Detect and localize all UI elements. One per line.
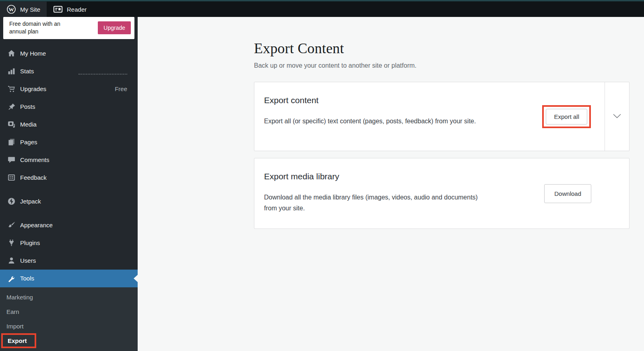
main-content: Export Content Back up or move your cont… bbox=[138, 17, 644, 351]
nav-separator bbox=[0, 187, 138, 193]
sidebar-item-my-home[interactable]: My Home bbox=[0, 45, 138, 62]
sidebar-item-upgrades[interactable]: Upgrades Free bbox=[0, 80, 138, 98]
submenu-item-label: Earn bbox=[6, 308, 19, 315]
users-icon bbox=[7, 256, 16, 265]
sidebar-item-label: Appearance bbox=[20, 222, 53, 228]
stats-sparkline bbox=[78, 74, 127, 75]
sidebar-item-appearance[interactable]: Appearance bbox=[0, 216, 138, 234]
pages-icon bbox=[7, 138, 16, 146]
sidebar-item-pages[interactable]: Pages bbox=[0, 133, 138, 151]
card-action-area: Export all bbox=[542, 82, 605, 151]
sidebar-item-label: Users bbox=[20, 257, 36, 264]
submenu-item-export[interactable]: Export bbox=[0, 334, 138, 348]
sidebar-item-label: Stats bbox=[20, 68, 34, 75]
reader-icon bbox=[53, 5, 63, 13]
masthead-reader-label: Reader bbox=[67, 6, 87, 13]
comment-icon bbox=[7, 156, 16, 164]
export-media-card: Export media library Download all the me… bbox=[254, 158, 630, 229]
stats-icon bbox=[7, 67, 16, 75]
sidebar-item-label: Tools bbox=[20, 275, 34, 282]
export-all-button[interactable]: Export all bbox=[546, 109, 587, 125]
jetpack-icon bbox=[7, 197, 16, 206]
submenu-item-label: Marketing bbox=[6, 294, 33, 301]
feedback-icon bbox=[7, 173, 16, 182]
submenu-item-label: Import bbox=[6, 323, 24, 330]
sidebar-item-jetpack[interactable]: Jetpack bbox=[0, 193, 138, 210]
sidebar-item-label: Jetpack bbox=[20, 198, 41, 205]
annotation-box-export-all: Export all bbox=[542, 105, 591, 128]
nav-separator bbox=[0, 210, 138, 216]
upsell-banner: Free domain with an annual plan Upgrade bbox=[3, 17, 134, 39]
card-description: Download all the media library files (im… bbox=[264, 192, 485, 214]
plan-badge: Free bbox=[115, 85, 127, 92]
home-icon bbox=[7, 49, 16, 58]
masthead-item-reader[interactable]: Reader bbox=[47, 2, 93, 17]
card-text-block: Export content Export all (or specific) … bbox=[254, 82, 542, 151]
sidebar-item-label: Comments bbox=[20, 156, 50, 163]
sidebar-item-label: Posts bbox=[20, 103, 35, 110]
pushpin-icon bbox=[7, 102, 16, 111]
cart-icon bbox=[7, 85, 16, 93]
wordpress-logo-icon: W bbox=[6, 4, 16, 14]
card-description: Export all (or specific) text content (p… bbox=[264, 116, 485, 127]
card-heading: Export content bbox=[264, 96, 533, 105]
tools-submenu: Marketing Earn Import Export bbox=[0, 287, 138, 351]
download-button[interactable]: Download bbox=[544, 184, 591, 203]
admin-sidebar: Free domain with an annual plan Upgrade … bbox=[0, 17, 138, 351]
expand-toggle[interactable] bbox=[605, 82, 629, 151]
masthead-item-my-site[interactable]: W My Site bbox=[0, 2, 47, 17]
upgrade-button[interactable]: Upgrade bbox=[98, 21, 131, 34]
card-text-block: Export media library Download all the me… bbox=[254, 158, 544, 228]
sidebar-item-media[interactable]: Media bbox=[0, 116, 138, 133]
sidebar-item-tools[interactable]: Tools bbox=[0, 270, 138, 287]
wordpress-admin-page: W My Site Reader Free domain with an ann… bbox=[0, 0, 644, 351]
chevron-down-icon bbox=[613, 113, 621, 120]
sidebar-item-label: Pages bbox=[20, 139, 37, 145]
upsell-text: Free domain with an annual plan bbox=[9, 20, 74, 36]
sidebar-item-posts[interactable]: Posts bbox=[0, 98, 138, 116]
plugin-icon bbox=[7, 239, 16, 247]
sidebar-item-label: Upgrades bbox=[20, 85, 46, 92]
submenu-item-label: Export bbox=[8, 337, 27, 344]
sidebar-item-plugins[interactable]: Plugins bbox=[0, 234, 138, 252]
sidebar-item-label: Media bbox=[20, 121, 37, 128]
submenu-item-earn[interactable]: Earn bbox=[0, 305, 138, 319]
sidebar-nav: My Home Stats Upgrades Free bbox=[0, 45, 138, 287]
brush-icon bbox=[7, 221, 16, 229]
sidebar-item-label: Plugins bbox=[20, 239, 40, 246]
card-heading: Export media library bbox=[264, 172, 535, 181]
submenu-item-import[interactable]: Import bbox=[0, 319, 138, 334]
submenu-item-marketing[interactable]: Marketing bbox=[0, 290, 138, 305]
card-action-area: Download bbox=[544, 158, 629, 228]
sidebar-item-comments[interactable]: Comments bbox=[0, 151, 138, 169]
masthead: W My Site Reader bbox=[0, 2, 644, 17]
sidebar-item-stats[interactable]: Stats bbox=[0, 62, 138, 80]
wrench-icon bbox=[7, 274, 16, 282]
export-content-card: Export content Export all (or specific) … bbox=[254, 82, 630, 151]
sidebar-item-users[interactable]: Users bbox=[0, 252, 138, 270]
layout: Free domain with an annual plan Upgrade … bbox=[0, 17, 644, 351]
media-icon bbox=[7, 120, 16, 129]
annotation-box-export: Export bbox=[1, 333, 36, 348]
sidebar-item-label: Feedback bbox=[20, 174, 47, 181]
page-subtitle: Back up or move your content to another … bbox=[254, 62, 630, 69]
sidebar-item-label: My Home bbox=[20, 50, 46, 57]
page-title: Export Content bbox=[254, 40, 630, 57]
svg-text:W: W bbox=[8, 6, 14, 12]
masthead-my-site-label: My Site bbox=[20, 6, 40, 13]
sidebar-item-feedback[interactable]: Feedback bbox=[0, 169, 138, 187]
